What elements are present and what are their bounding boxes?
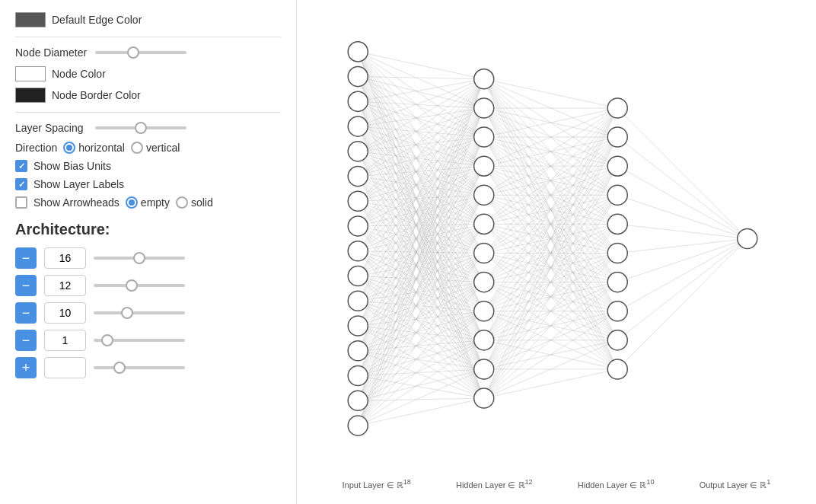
direction-row: Direction horizontal vertical [15, 142, 281, 154]
direction-horizontal-option[interactable]: horizontal [63, 142, 125, 154]
svg-line-318 [617, 238, 747, 282]
label-hidden2: Hidden Layer ∈ ℝ10 [578, 478, 655, 490]
edge-color-swatch[interactable] [15, 12, 46, 27]
show-arrowheads-label: Show Arrowheads [33, 196, 120, 209]
arrowhead-empty-radio[interactable] [126, 196, 138, 209]
node-diameter-slider[interactable] [95, 51, 186, 54]
edge-color-label: Default Edge Color [52, 14, 142, 26]
svg-point-348 [474, 359, 494, 379]
svg-point-330 [348, 241, 368, 261]
svg-point-346 [474, 301, 494, 321]
direction-vertical-label: vertical [146, 142, 180, 154]
svg-point-328 [348, 191, 368, 211]
svg-point-352 [607, 156, 627, 176]
svg-line-181 [358, 108, 483, 426]
svg-point-347 [474, 330, 494, 350]
arch-minus-1[interactable]: − [15, 275, 37, 296]
svg-line-319 [617, 238, 747, 311]
arch-value-1[interactable] [44, 275, 86, 296]
svg-point-335 [348, 365, 368, 385]
show-arrowheads-row: Show Arrowheads empty solid [15, 196, 281, 209]
svg-point-326 [348, 142, 368, 161]
arrowhead-empty-option[interactable]: empty [126, 196, 170, 209]
svg-point-329 [348, 216, 368, 236]
svg-point-360 [738, 228, 757, 248]
arch-slider-3[interactable] [94, 339, 185, 342]
svg-line-192 [484, 79, 618, 108]
svg-line-191 [358, 398, 483, 426]
arch-row-3: − [15, 330, 281, 351]
node-border-color-swatch[interactable] [15, 88, 46, 103]
svg-line-168 [358, 79, 483, 400]
svg-line-73 [358, 108, 483, 201]
arch-slider-1[interactable] [94, 284, 185, 287]
arch-minus-2[interactable]: − [15, 302, 37, 324]
direction-horizontal-radio[interactable] [63, 142, 75, 154]
show-arrowheads-checkbox[interactable] [15, 196, 27, 209]
arch-value-3[interactable] [44, 330, 86, 351]
arrowhead-empty-label: empty [141, 196, 170, 209]
arch-add-button[interactable]: + [15, 357, 37, 378]
layer-spacing-row: Layer Spacing [15, 122, 281, 134]
svg-point-323 [348, 67, 368, 87]
svg-point-358 [607, 330, 627, 350]
svg-point-322 [348, 42, 368, 62]
svg-point-338 [474, 69, 494, 89]
direction-vertical-option[interactable]: vertical [131, 142, 180, 154]
svg-point-343 [474, 214, 494, 234]
svg-line-313 [617, 137, 747, 238]
direction-label: Direction [15, 142, 57, 154]
label-output: Output Layer ∈ ℝ1 [700, 478, 771, 490]
svg-line-321 [617, 238, 747, 369]
arch-value-2[interactable] [44, 302, 86, 324]
layer-spacing-label: Layer Spacing [15, 122, 88, 134]
svg-point-340 [474, 127, 494, 147]
svg-point-331 [348, 266, 368, 286]
node-diameter-row: Node Diameter [15, 46, 281, 59]
network-canvas: .node { fill: white; stroke: #555; strok… [297, 0, 816, 504]
svg-point-351 [607, 127, 627, 147]
svg-line-129 [358, 301, 483, 340]
node-color-row: Node Color [15, 66, 281, 81]
arch-slider-2[interactable] [94, 311, 185, 314]
svg-line-123 [358, 166, 483, 301]
arch-value-0[interactable] [44, 247, 86, 269]
svg-line-27 [358, 101, 483, 166]
svg-point-327 [348, 167, 368, 187]
node-color-label: Node Color [52, 68, 106, 80]
svg-line-62 [358, 137, 483, 177]
edge-color-row: Default Edge Color [15, 12, 281, 27]
svg-point-337 [348, 416, 368, 435]
arch-minus-0[interactable]: − [15, 247, 37, 269]
arch-slider-0[interactable] [94, 257, 185, 260]
svg-point-325 [348, 116, 368, 136]
svg-point-356 [607, 273, 627, 292]
svg-line-119 [358, 276, 483, 399]
arch-slider-new[interactable] [94, 366, 185, 369]
direction-vertical-radio[interactable] [131, 142, 143, 154]
svg-point-324 [348, 91, 368, 111]
show-layer-labels-checkbox[interactable] [15, 178, 27, 190]
svg-point-341 [474, 156, 494, 176]
svg-line-311 [484, 369, 618, 398]
svg-line-315 [617, 195, 747, 238]
arrowhead-solid-option[interactable]: solid [176, 196, 213, 209]
arch-row-1: − [15, 275, 281, 296]
layer-spacing-slider[interactable] [95, 126, 186, 129]
arch-value-new[interactable] [44, 357, 86, 378]
svg-line-314 [617, 166, 747, 238]
svg-line-88 [358, 195, 483, 226]
arch-minus-3[interactable]: − [15, 330, 37, 351]
svg-line-316 [617, 224, 747, 238]
svg-line-312 [617, 108, 747, 239]
node-color-swatch[interactable] [15, 66, 46, 81]
arrowhead-solid-radio[interactable] [176, 196, 188, 209]
svg-point-339 [474, 98, 494, 118]
svg-point-354 [607, 214, 627, 234]
layer-labels: Input Layer ∈ ℝ18 Hidden Layer ∈ ℝ12 Hid… [297, 478, 816, 490]
network-svg: .node { fill: white; stroke: #555; strok… [297, 0, 816, 504]
svg-point-344 [474, 243, 494, 263]
show-bias-checkbox[interactable] [15, 160, 27, 172]
divider-2 [15, 112, 281, 113]
svg-line-305 [484, 195, 618, 398]
